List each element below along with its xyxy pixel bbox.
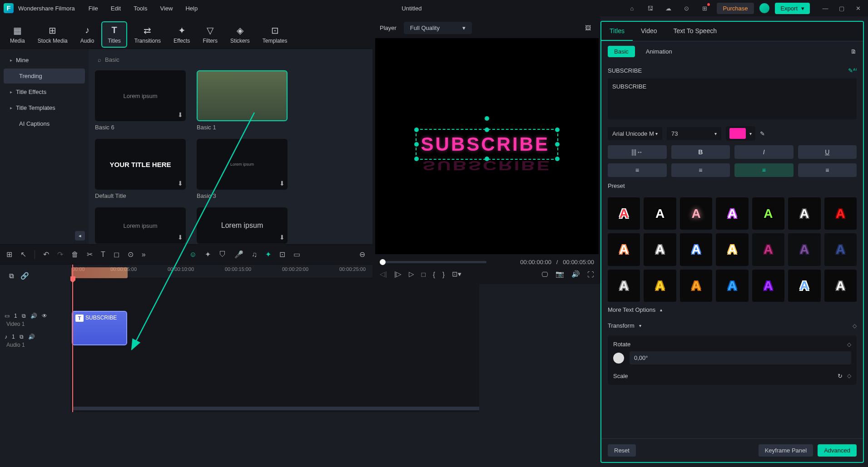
subtitle-icon[interactable]: ▭ bbox=[293, 250, 300, 259]
purchase-button[interactable]: Purchase bbox=[717, 3, 754, 14]
volume-icon[interactable]: 🔊 bbox=[571, 270, 580, 278]
close-icon[interactable]: ✕ bbox=[852, 2, 864, 15]
avatar-icon[interactable] bbox=[759, 3, 769, 13]
resize-handle[interactable] bbox=[555, 142, 560, 147]
cursor-icon[interactable]: ↖ bbox=[20, 250, 26, 259]
keyframe-panel-button[interactable]: Keyframe Panel bbox=[759, 444, 813, 457]
subtab-animation[interactable]: Animation bbox=[640, 46, 679, 57]
menu-tools[interactable]: Tools bbox=[134, 5, 147, 12]
sidebar-item-title-templates[interactable]: ▸Title Templates bbox=[4, 100, 85, 115]
display-icon[interactable]: 🖵 bbox=[541, 270, 548, 278]
preset-item[interactable]: A bbox=[680, 233, 712, 265]
fullscreen-icon[interactable]: ⛶ bbox=[587, 270, 594, 278]
tab-audio[interactable]: ♪Audio bbox=[75, 22, 100, 47]
preset-item[interactable]: A bbox=[824, 197, 857, 230]
menu-view[interactable]: View bbox=[160, 5, 173, 12]
advanced-button[interactable]: Advanced bbox=[818, 444, 857, 457]
title-card[interactable]: Lorem ipsum⬇ bbox=[95, 207, 186, 244]
text-selection-box[interactable]: SUBSCRIBE bbox=[416, 129, 559, 160]
save-icon[interactable]: 🖫 bbox=[644, 2, 657, 15]
marker-icon[interactable]: ✦ bbox=[265, 250, 271, 259]
minimize-icon[interactable]: — bbox=[819, 2, 832, 15]
cloud-icon[interactable]: ☁ bbox=[662, 2, 675, 15]
title-card[interactable]: Lorem ipsum⬇ Basic 3 bbox=[197, 139, 288, 199]
maximize-icon[interactable]: ▢ bbox=[835, 2, 848, 15]
shield-icon[interactable]: ⛉ bbox=[219, 251, 226, 259]
preset-item[interactable]: A bbox=[716, 197, 748, 230]
tab-templates[interactable]: ⊡Templates bbox=[257, 22, 293, 47]
sidebar-item-mine[interactable]: ▸Mine bbox=[4, 53, 85, 68]
tracks-area[interactable]: 00:00 00:00:05:00 00:00:10:00 00:00:15:0… bbox=[70, 265, 479, 412]
progress-slider[interactable] bbox=[380, 261, 486, 263]
stop-icon[interactable]: □ bbox=[422, 270, 426, 278]
link-icon[interactable]: 🔗 bbox=[20, 272, 29, 280]
align-right-button[interactable]: ≡ bbox=[798, 163, 857, 177]
mute-icon[interactable]: 🔊 bbox=[28, 334, 35, 340]
resize-handle[interactable] bbox=[485, 128, 489, 132]
video-track-header[interactable]: ▭ 1 ⧉ 🔊 👁 bbox=[5, 310, 66, 322]
title-thumbnail[interactable]: YOUR TITLE HERE⬇ bbox=[95, 139, 186, 190]
color-picker[interactable]: ▾ bbox=[726, 126, 755, 141]
preset-item[interactable]: A bbox=[752, 270, 784, 302]
preset-item[interactable]: A bbox=[788, 233, 820, 265]
progress-handle[interactable] bbox=[380, 259, 386, 265]
rotate-handle[interactable] bbox=[485, 116, 489, 121]
download-icon[interactable]: ⬇ bbox=[279, 180, 285, 187]
preview-text[interactable]: SUBSCRIBE bbox=[421, 133, 553, 155]
rotate-knob[interactable] bbox=[613, 353, 624, 364]
record-icon[interactable]: ⊡ bbox=[279, 250, 285, 259]
tab-stickers[interactable]: ◈Stickers bbox=[225, 22, 255, 47]
resize-handle[interactable] bbox=[555, 157, 560, 161]
preset-item[interactable]: A bbox=[680, 270, 712, 302]
resize-handle[interactable] bbox=[555, 128, 560, 132]
reset-scale-icon[interactable]: ↻ bbox=[838, 373, 843, 379]
export-button[interactable]: Export▾ bbox=[775, 3, 810, 14]
font-family-select[interactable]: Arial Unicode M▾ bbox=[608, 127, 662, 140]
preset-item[interactable]: A bbox=[752, 197, 784, 230]
preset-item[interactable]: A bbox=[608, 197, 640, 230]
step-back-icon[interactable]: |▷ bbox=[394, 270, 402, 278]
ratio-icon[interactable]: ⊡▾ bbox=[452, 270, 461, 278]
title-text-input[interactable]: SUBSCRIBE bbox=[608, 79, 857, 119]
ai-writer-icon[interactable]: ✎ᴬᴵ bbox=[848, 67, 857, 74]
apps-icon[interactable]: ⊞ bbox=[699, 2, 711, 15]
more-text-options-toggle[interactable]: More Text Options ▴ bbox=[608, 302, 857, 318]
sidebar-item-title-effects[interactable]: ▸Title Effects bbox=[4, 84, 85, 99]
props-tab-titles[interactable]: Titles bbox=[601, 22, 633, 41]
grid-icon[interactable]: ⊞ bbox=[6, 250, 12, 259]
menu-edit[interactable]: Edit bbox=[111, 5, 121, 12]
scrollbar-thumb[interactable] bbox=[72, 407, 479, 410]
crop-icon[interactable]: ◻ bbox=[114, 250, 119, 259]
download-icon[interactable]: ⬇ bbox=[178, 234, 183, 241]
keyframe-icon[interactable]: ◇ bbox=[847, 341, 851, 348]
snapshot-icon[interactable]: 🖼 bbox=[581, 21, 594, 34]
title-card[interactable]: Lorem ipsum⬇ Basic 6 bbox=[95, 70, 186, 131]
resize-handle[interactable] bbox=[414, 157, 419, 161]
mute-icon[interactable]: 🔊 bbox=[30, 313, 37, 319]
preset-item[interactable]: A bbox=[644, 270, 676, 302]
title-thumbnail[interactable]: Lorem ipsum⬇ bbox=[197, 207, 288, 244]
title-thumbnail[interactable]: Lorem ipsum⬇ bbox=[197, 139, 288, 190]
menu-help[interactable]: Help bbox=[185, 5, 198, 12]
lock-icon[interactable]: ⧉ bbox=[20, 334, 24, 340]
horizontal-scrollbar[interactable] bbox=[72, 407, 477, 410]
keyframe-icon[interactable]: ◇ bbox=[853, 323, 857, 329]
title-card[interactable]: Basic 1 bbox=[197, 70, 288, 131]
undo-icon[interactable]: ↶ bbox=[43, 250, 49, 259]
sparkle-icon[interactable]: ✦ bbox=[205, 250, 211, 259]
screen-icon[interactable]: ⌂ bbox=[626, 2, 639, 15]
tab-effects[interactable]: ✦Effects bbox=[168, 22, 195, 47]
zoom-out-icon[interactable]: ⊖ bbox=[359, 250, 365, 259]
text-icon[interactable]: T bbox=[101, 251, 105, 259]
save-preset-icon[interactable]: 🗎 bbox=[851, 48, 857, 55]
underline-button[interactable]: U bbox=[798, 145, 857, 159]
subtab-basic[interactable]: Basic bbox=[608, 46, 635, 57]
title-card[interactable]: YOUR TITLE HERE⬇ Default Title bbox=[95, 139, 186, 199]
delete-icon[interactable]: 🗑 bbox=[71, 251, 79, 259]
transform-section-header[interactable]: Transform ▾ ◇ bbox=[608, 318, 857, 334]
resize-handle[interactable] bbox=[414, 142, 419, 147]
font-size-select[interactable]: 73▾ bbox=[667, 127, 721, 140]
playhead-handle[interactable] bbox=[70, 276, 75, 283]
tab-titles[interactable]: TTitles bbox=[101, 21, 127, 48]
italic-button[interactable]: I bbox=[734, 145, 794, 159]
